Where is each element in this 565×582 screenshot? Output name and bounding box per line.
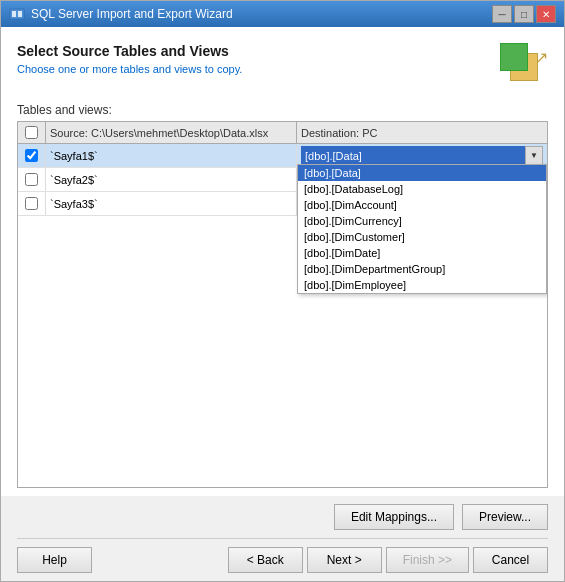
page-header: Select Source Tables and Views Choose on… [17,43,548,83]
preview-button[interactable]: Preview... [462,504,548,530]
finish-button[interactable]: Finish >> [386,547,469,573]
svg-rect-2 [18,11,22,17]
title-bar: SQL Server Import and Export Wizard ─ □ … [1,1,564,27]
nav-buttons: < Back Next > Finish >> Cancel [228,547,548,573]
window-title: SQL Server Import and Export Wizard [31,7,233,21]
svg-rect-1 [12,11,16,17]
dropdown-item[interactable]: [dbo].[DimEmployee] [298,277,546,293]
row-3-check[interactable] [18,192,46,215]
help-button[interactable]: Help [17,547,92,573]
content-area: Select Source Tables and Views Choose on… [1,27,564,496]
header-check-col [18,122,46,143]
title-bar-left: SQL Server Import and Export Wizard [9,6,233,22]
tables-label: Tables and views: [17,103,548,117]
row-2-check[interactable] [18,168,46,191]
table-container: Source: C:\Users\mehmet\Desktop\Data.xls… [17,121,548,488]
graphic-box-front [500,43,528,71]
maximize-button[interactable]: □ [514,5,534,23]
row-3-source: `Sayfa3$` [46,192,297,215]
row-3-checkbox[interactable] [25,197,38,210]
footer-area: Edit Mappings... Preview... Help < Back … [1,496,564,581]
row-2-checkbox[interactable] [25,173,38,186]
row-1-dest: [dbo].[Data] ▼ [dbo].[Data] [dbo].[Datab… [297,144,547,167]
header-text: Select Source Tables and Views Choose on… [17,43,242,75]
dropdown-item[interactable]: [dbo].[DatabaseLog] [298,181,546,197]
app-icon [9,6,25,22]
page-subtitle: Choose one or more tables and views to c… [17,63,242,75]
select-all-checkbox[interactable] [25,126,38,139]
dropdown-item[interactable]: [dbo].[DimCustomer] [298,229,546,245]
dropdown-arrow[interactable]: ▼ [525,146,543,166]
dropdown-item[interactable]: [dbo].[DimDate] [298,245,546,261]
footer-top-buttons: Edit Mappings... Preview... [17,504,548,530]
row-1-checkbox[interactable] [25,149,38,162]
table-row[interactable]: `Sayfa1$` [dbo].[Data] ▼ [dbo].[Data] [d… [18,144,547,168]
row-1-source: `Sayfa1$` [46,144,297,167]
header-graphic: ↗ [500,43,548,83]
dropdown-item[interactable]: [dbo].[DimCurrency] [298,213,546,229]
graphic-arrow: ↗ [535,48,548,67]
next-button[interactable]: Next > [307,547,382,573]
dropdown-selected-value[interactable]: [dbo].[Data] [301,146,525,166]
table-header-row: Source: C:\Users\mehmet\Desktop\Data.xls… [18,122,547,144]
tables-section: Tables and views: Source: C:\Users\mehme… [17,103,548,488]
footer-bottom-buttons: Help < Back Next > Finish >> Cancel [17,538,548,573]
row-1-check[interactable] [18,144,46,167]
back-button[interactable]: < Back [228,547,303,573]
close-button[interactable]: ✕ [536,5,556,23]
table-body: `Sayfa1$` [dbo].[Data] ▼ [dbo].[Data] [d… [18,144,547,487]
dropdown-item[interactable]: [dbo].[DimAccount] [298,197,546,213]
dropdown-list: [dbo].[Data] [dbo].[DatabaseLog] [dbo].[… [297,164,547,294]
row-2-source: `Sayfa2$` [46,168,297,191]
title-bar-controls: ─ □ ✕ [492,5,556,23]
page-title: Select Source Tables and Views [17,43,242,59]
source-column-header: Source: C:\Users\mehmet\Desktop\Data.xls… [46,122,297,143]
dest-column-header: Destination: PC [297,122,547,143]
edit-mappings-button[interactable]: Edit Mappings... [334,504,454,530]
minimize-button[interactable]: ─ [492,5,512,23]
dropdown-item[interactable]: [dbo].[DimDepartmentGroup] [298,261,546,277]
dropdown-item[interactable]: [dbo].[Data] [298,165,546,181]
main-window: SQL Server Import and Export Wizard ─ □ … [0,0,565,582]
cancel-button[interactable]: Cancel [473,547,548,573]
